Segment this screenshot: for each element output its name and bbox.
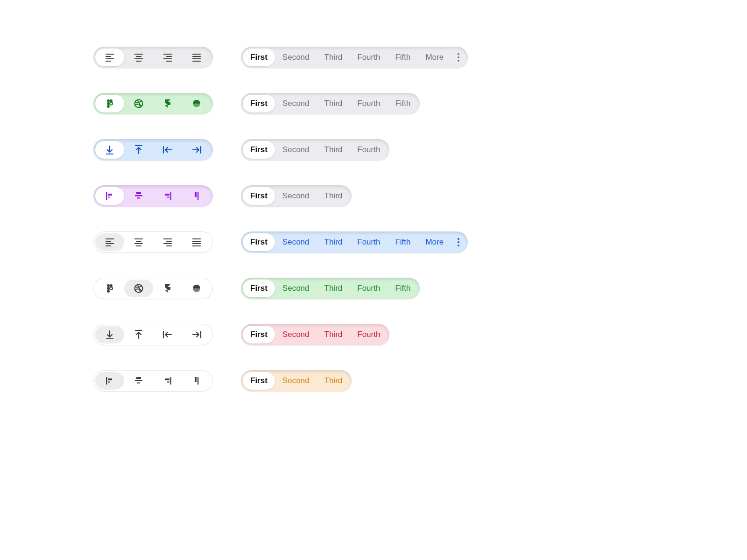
valign-center-icon[interactable]	[124, 372, 153, 390]
arrow-down-bar-icon[interactable]	[95, 141, 124, 159]
dribbble-icon[interactable]	[124, 95, 153, 112]
valign-right-icon[interactable]	[153, 372, 182, 390]
segment-fifth[interactable]: Fifth	[388, 233, 418, 251]
segment-third[interactable]: Third	[317, 95, 350, 112]
arrow-up-bar-icon[interactable]	[124, 141, 153, 159]
segment-first[interactable]: First	[243, 372, 275, 390]
valign-left-icon[interactable]	[95, 372, 124, 390]
segment-second[interactable]: Second	[275, 49, 317, 66]
segment-third[interactable]: Third	[317, 326, 350, 343]
example-row-8: FirstSecondThird	[93, 370, 598, 392]
segment-second[interactable]: Second	[275, 141, 317, 159]
segment-fifth[interactable]: Fifth	[388, 49, 418, 66]
example-row-6: FirstSecondThirdFourthFifth	[93, 278, 598, 299]
framer-icon[interactable]	[153, 280, 182, 297]
segment-second[interactable]: Second	[275, 187, 317, 205]
arrow-up-bar-icon[interactable]	[124, 326, 153, 343]
segment-second[interactable]: Second	[275, 233, 317, 251]
align-left-icon[interactable]	[95, 233, 124, 251]
segment-third[interactable]: Third	[317, 280, 350, 297]
segment-first[interactable]: First	[243, 95, 275, 112]
valign-stretch-icon[interactable]	[182, 372, 211, 390]
valign-right-icon[interactable]	[153, 187, 182, 205]
example-row-7: FirstSecondThirdFourth	[93, 324, 598, 345]
arrow-down-bar-icon[interactable]	[95, 326, 124, 343]
arrow-right-bar-icon[interactable]	[182, 326, 211, 343]
segment-fourth[interactable]: Fourth	[350, 326, 388, 343]
segment-first[interactable]: First	[243, 187, 275, 205]
dribbble-icon[interactable]	[124, 280, 153, 297]
arrow-right-bar-icon[interactable]	[182, 141, 211, 159]
text-segmented-control: FirstSecondThirdFourthFifthMore	[241, 47, 468, 68]
icon-segmented-control	[93, 185, 213, 207]
icon-segmented-control	[93, 231, 213, 253]
segment-second[interactable]: Second	[275, 280, 317, 297]
segment-third[interactable]: Third	[317, 372, 350, 390]
framer-icon[interactable]	[153, 95, 182, 112]
example-row-1: FirstSecondThirdFourthFifthMore	[93, 47, 598, 68]
more-menu-icon[interactable]	[451, 233, 466, 251]
segment-third[interactable]: Third	[317, 141, 350, 159]
icon-segmented-control	[93, 47, 213, 68]
segment-fifth[interactable]: Fifth	[388, 95, 418, 112]
segment-fourth[interactable]: Fourth	[350, 141, 388, 159]
segment-third[interactable]: Third	[317, 49, 350, 66]
segment-more[interactable]: More	[418, 233, 451, 251]
icon-segmented-control	[93, 278, 213, 299]
text-segmented-control: FirstSecondThirdFourth	[241, 139, 389, 161]
text-segmented-control: FirstSecondThird	[241, 185, 352, 207]
align-right-icon[interactable]	[153, 233, 182, 251]
segment-third[interactable]: Third	[317, 187, 350, 205]
arrow-left-bar-icon[interactable]	[153, 141, 182, 159]
align-left-icon[interactable]	[95, 49, 124, 66]
align-center-icon[interactable]	[124, 49, 153, 66]
segment-fourth[interactable]: Fourth	[350, 280, 388, 297]
icon-segmented-control	[93, 93, 213, 114]
align-justify-icon[interactable]	[182, 49, 211, 66]
valign-left-icon[interactable]	[95, 187, 124, 205]
segment-fifth[interactable]: Fifth	[388, 280, 418, 297]
example-row-5: FirstSecondThirdFourthFifthMore	[93, 231, 598, 253]
segment-second[interactable]: Second	[275, 372, 317, 390]
segment-second[interactable]: Second	[275, 326, 317, 343]
segment-fourth[interactable]: Fourth	[350, 233, 388, 251]
valign-stretch-icon[interactable]	[182, 187, 211, 205]
figma-icon[interactable]	[95, 95, 124, 112]
align-right-icon[interactable]	[153, 49, 182, 66]
more-menu-icon[interactable]	[451, 49, 466, 66]
segment-first[interactable]: First	[243, 280, 275, 297]
example-row-3: FirstSecondThirdFourth	[93, 139, 598, 161]
valign-center-icon[interactable]	[124, 187, 153, 205]
segment-first[interactable]: First	[243, 141, 275, 159]
icon-segmented-control	[93, 139, 213, 161]
align-center-icon[interactable]	[124, 233, 153, 251]
segment-more[interactable]: More	[418, 49, 451, 66]
segment-fourth[interactable]: Fourth	[350, 49, 388, 66]
icon-segmented-control	[93, 370, 213, 392]
segment-first[interactable]: First	[243, 233, 275, 251]
text-segmented-control: FirstSecondThirdFourthFifth	[241, 278, 420, 299]
arrow-left-bar-icon[interactable]	[153, 326, 182, 343]
figma-icon[interactable]	[95, 280, 124, 297]
segment-fourth[interactable]: Fourth	[350, 95, 388, 112]
icon-segmented-control	[93, 324, 213, 345]
horizon-icon[interactable]	[182, 280, 211, 297]
text-segmented-control: FirstSecondThird	[241, 370, 352, 392]
example-row-4: FirstSecondThird	[93, 185, 598, 207]
segment-second[interactable]: Second	[275, 95, 317, 112]
text-segmented-control: FirstSecondThirdFourthFifthMore	[241, 231, 468, 253]
align-justify-icon[interactable]	[182, 233, 211, 251]
component-gallery: FirstSecondThirdFourthFifthMoreFirstSeco…	[0, 0, 598, 392]
segment-third[interactable]: Third	[317, 233, 350, 251]
horizon-icon[interactable]	[182, 95, 211, 112]
segment-first[interactable]: First	[243, 326, 275, 343]
segment-first[interactable]: First	[243, 49, 275, 66]
text-segmented-control: FirstSecondThirdFourth	[241, 324, 389, 345]
example-row-2: FirstSecondThirdFourthFifth	[93, 93, 598, 114]
text-segmented-control: FirstSecondThirdFourthFifth	[241, 93, 420, 114]
